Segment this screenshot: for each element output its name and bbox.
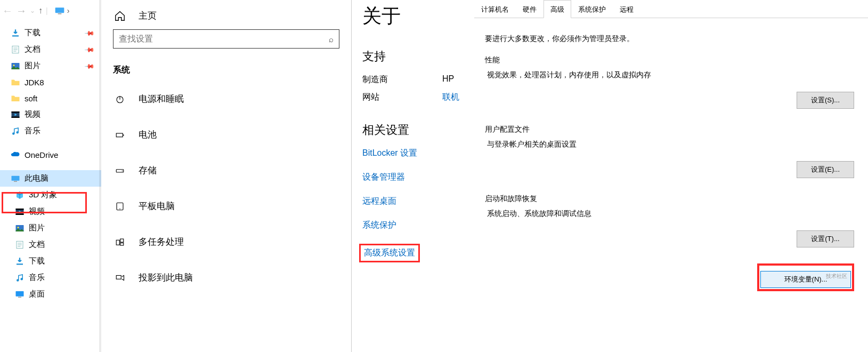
- tree-item-music[interactable]: 音乐: [0, 123, 101, 139]
- group-legend: 性能: [485, 55, 854, 65]
- multitask-icon: [114, 236, 126, 248]
- tree-item-onedrive[interactable]: OneDrive: [0, 147, 101, 163]
- svg-rect-40: [120, 243, 124, 245]
- svg-rect-29: [18, 297, 21, 298]
- settings-sidebar: 主页 ⌕ 系统 电源和睡眠电池存储平板电脑多任务处理投影到此电脑: [101, 0, 352, 352]
- pc-icon: [54, 6, 65, 15]
- search-input[interactable]: [119, 34, 329, 44]
- tree-item-folder[interactable]: JDK8: [0, 74, 101, 90]
- tree-item-this-pc[interactable]: 此电脑: [0, 170, 101, 187]
- tab-1[interactable]: 硬件: [516, 0, 543, 18]
- system-category-label: 系统: [101, 49, 351, 81]
- settings-item-label: 投影到此电脑: [139, 271, 193, 284]
- about-title: 关于: [362, 3, 464, 29]
- tree-label: 图片: [25, 61, 40, 71]
- property-group: 性能视觉效果，处理器计划，内存使用，以及虚拟内存设置(S)...: [485, 55, 854, 109]
- tree-label: 此电脑: [25, 173, 48, 183]
- tree-label: soft: [25, 94, 37, 103]
- related-link[interactable]: 系统保护: [362, 220, 464, 231]
- support-title: 支持: [362, 49, 464, 65]
- related-link[interactable]: 远程桌面: [362, 196, 464, 207]
- svg-rect-15: [14, 181, 17, 182]
- settings-item-label: 平板电脑: [139, 200, 175, 212]
- pic-icon: [15, 223, 25, 233]
- tree-item-video[interactable]: 视频: [0, 203, 101, 220]
- svg-point-13: [17, 131, 19, 134]
- group-desc: 视觉效果，处理器计划，内存使用，以及虚拟内存: [485, 70, 854, 80]
- group-settings-button[interactable]: 设置(E)...: [797, 161, 854, 178]
- battery-icon: [114, 129, 126, 141]
- onedrive-icon: [11, 150, 20, 159]
- settings-item-multitask[interactable]: 多任务处理: [101, 224, 351, 260]
- tree-item-pic[interactable]: 图片: [0, 220, 101, 236]
- tree-label: 音乐: [29, 273, 45, 283]
- admin-note: 要进行大多数更改，你必须作为管理员登录。: [485, 34, 854, 44]
- related-link[interactable]: 设备管理器: [362, 172, 464, 183]
- tree-item-music[interactable]: 音乐: [0, 269, 101, 286]
- tree-item-3d[interactable]: 3D 对象: [0, 187, 101, 203]
- settings-search[interactable]: ⌕: [113, 29, 339, 49]
- nav-forward-icon[interactable]: →: [16, 5, 27, 17]
- tab-3[interactable]: 系统保护: [571, 0, 613, 18]
- settings-item-project[interactable]: 投影到此电脑: [101, 260, 351, 295]
- tree-item-video[interactable]: 视频: [0, 106, 101, 123]
- svg-rect-10: [12, 116, 20, 117]
- home-icon: [114, 10, 126, 22]
- download-icon: [11, 28, 20, 38]
- support-value[interactable]: 联机: [442, 92, 459, 103]
- svg-point-35: [122, 170, 123, 171]
- related-link[interactable]: BitLocker 设置: [362, 148, 464, 159]
- settings-item-storage[interactable]: 存储: [101, 153, 351, 188]
- tree-label: 下载: [25, 28, 40, 38]
- tree-item-download[interactable]: 下载📌: [0, 25, 101, 41]
- tree-item-doc[interactable]: 文档: [0, 236, 101, 253]
- tree-item-desktop[interactable]: 桌面: [0, 286, 101, 302]
- explorer-nav-bar: ← → ⌄ ↑ | ›: [0, 0, 101, 21]
- tree-label: OneDrive: [25, 150, 58, 159]
- settings-item-tablet[interactable]: 平板电脑: [101, 188, 351, 224]
- tree-label: 图片: [29, 223, 45, 233]
- settings-item-battery[interactable]: 电池: [101, 117, 351, 153]
- tab-strip: 计算机名硬件高级系统保护远程: [464, 0, 868, 18]
- address-bar[interactable]: ›: [54, 6, 70, 15]
- settings-item-power[interactable]: 电源和睡眠: [101, 81, 351, 117]
- svg-rect-33: [123, 134, 124, 135]
- svg-rect-14: [12, 175, 20, 180]
- settings-home-row[interactable]: 主页: [101, 0, 351, 27]
- pin-icon: 📌: [84, 44, 95, 55]
- group-legend: 用户配置文件: [485, 125, 854, 134]
- tree-item-pic[interactable]: 图片📌: [0, 58, 101, 74]
- svg-point-37: [119, 208, 120, 209]
- folder-icon: [11, 93, 20, 103]
- music-icon: [15, 273, 25, 283]
- settings-item-label: 电池: [139, 129, 157, 141]
- tab-0[interactable]: 计算机名: [474, 0, 516, 18]
- pic-icon: [11, 61, 20, 71]
- system-properties-dialog: 计算机名硬件高级系统保护远程 要进行大多数更改，你必须作为管理员登录。 性能视觉…: [464, 0, 868, 352]
- tree-item-folder[interactable]: soft: [0, 90, 101, 106]
- env-variables-button[interactable]: 环境变量(N)... 技术社区: [760, 271, 851, 288]
- tree-label: 桌面: [29, 289, 45, 299]
- related-title: 相关设置: [362, 122, 464, 138]
- group-settings-button[interactable]: 设置(T)...: [797, 230, 854, 247]
- doc-icon: [11, 45, 20, 54]
- download-icon: [15, 257, 25, 266]
- svg-rect-38: [116, 240, 119, 245]
- video-icon: [11, 110, 20, 119]
- tree-item-download[interactable]: 下载: [0, 253, 101, 269]
- nav-recent-icon[interactable]: ⌄: [30, 7, 35, 14]
- tree-item-doc[interactable]: 文档📌: [0, 41, 101, 58]
- svg-point-7: [13, 65, 15, 66]
- project-icon: [114, 272, 126, 284]
- tab-4[interactable]: 远程: [613, 0, 640, 18]
- related-link[interactable]: 高级系统设置: [359, 244, 420, 262]
- tree-label: 文档: [29, 239, 45, 250]
- highlight-box: 环境变量(N)... 技术社区: [757, 263, 854, 291]
- nav-up-icon[interactable]: ↑: [38, 6, 43, 15]
- folder-icon: [11, 77, 20, 87]
- tab-2[interactable]: 高级: [543, 0, 571, 18]
- group-settings-button[interactable]: 设置(S)...: [797, 92, 854, 109]
- nav-back-icon[interactable]: ←: [2, 5, 13, 17]
- svg-rect-41: [116, 275, 121, 279]
- tree-label: 下载: [29, 256, 45, 266]
